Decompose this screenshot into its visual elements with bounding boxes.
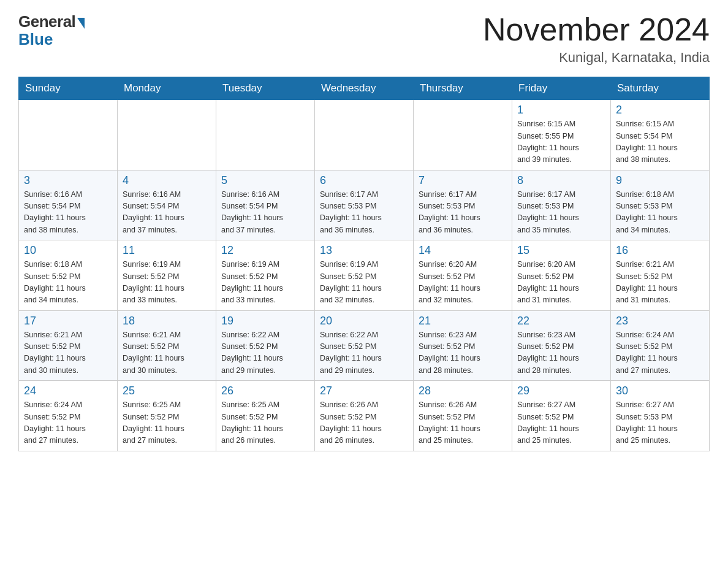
day-number: 2 bbox=[616, 104, 704, 117]
day-number: 21 bbox=[419, 315, 507, 327]
table-row: 30Sunrise: 6:27 AMSunset: 5:53 PMDayligh… bbox=[611, 381, 710, 451]
col-saturday: Saturday bbox=[611, 77, 710, 100]
table-row: 27Sunrise: 6:26 AMSunset: 5:52 PMDayligh… bbox=[315, 381, 414, 451]
day-number: 30 bbox=[616, 385, 704, 397]
logo-arrow-icon bbox=[77, 18, 85, 29]
table-row: 29Sunrise: 6:27 AMSunset: 5:52 PMDayligh… bbox=[512, 381, 611, 451]
day-info: Sunrise: 6:19 AMSunset: 5:52 PMDaylight:… bbox=[123, 259, 211, 307]
calendar-week-row: 17Sunrise: 6:21 AMSunset: 5:52 PMDayligh… bbox=[19, 310, 710, 381]
day-info: Sunrise: 6:15 AMSunset: 5:55 PMDaylight:… bbox=[517, 118, 605, 166]
day-number: 23 bbox=[616, 315, 704, 327]
day-number: 3 bbox=[24, 174, 112, 187]
day-info: Sunrise: 6:22 AMSunset: 5:52 PMDaylight:… bbox=[221, 329, 309, 377]
table-row: 7Sunrise: 6:17 AMSunset: 5:53 PMDaylight… bbox=[414, 170, 512, 240]
table-row bbox=[216, 100, 315, 170]
calendar-week-row: 1Sunrise: 6:15 AMSunset: 5:55 PMDaylight… bbox=[19, 100, 710, 170]
table-row bbox=[315, 100, 414, 170]
day-number: 13 bbox=[320, 244, 408, 257]
table-row: 21Sunrise: 6:23 AMSunset: 5:52 PMDayligh… bbox=[414, 310, 512, 381]
col-monday: Monday bbox=[118, 77, 216, 100]
table-row: 17Sunrise: 6:21 AMSunset: 5:52 PMDayligh… bbox=[19, 310, 118, 381]
table-row: 14Sunrise: 6:20 AMSunset: 5:52 PMDayligh… bbox=[414, 240, 512, 311]
table-row: 16Sunrise: 6:21 AMSunset: 5:52 PMDayligh… bbox=[611, 240, 710, 311]
title-area: November 2024 Kunigal, Karnataka, India bbox=[483, 12, 710, 66]
table-row: 4Sunrise: 6:16 AMSunset: 5:54 PMDaylight… bbox=[118, 170, 216, 240]
day-number: 29 bbox=[517, 385, 605, 397]
table-row: 28Sunrise: 6:26 AMSunset: 5:52 PMDayligh… bbox=[414, 381, 512, 451]
day-number: 19 bbox=[221, 315, 309, 327]
day-info: Sunrise: 6:16 AMSunset: 5:54 PMDaylight:… bbox=[123, 189, 211, 237]
col-tuesday: Tuesday bbox=[216, 77, 315, 100]
day-info: Sunrise: 6:26 AMSunset: 5:52 PMDaylight:… bbox=[419, 399, 507, 447]
table-row: 19Sunrise: 6:22 AMSunset: 5:52 PMDayligh… bbox=[216, 310, 315, 381]
day-info: Sunrise: 6:25 AMSunset: 5:52 PMDaylight:… bbox=[123, 399, 211, 447]
col-friday: Friday bbox=[512, 77, 611, 100]
table-row: 22Sunrise: 6:23 AMSunset: 5:52 PMDayligh… bbox=[512, 310, 611, 381]
col-thursday: Thursday bbox=[414, 77, 512, 100]
day-number: 9 bbox=[616, 174, 704, 187]
table-row: 15Sunrise: 6:20 AMSunset: 5:52 PMDayligh… bbox=[512, 240, 611, 311]
table-row: 1Sunrise: 6:15 AMSunset: 5:55 PMDaylight… bbox=[512, 100, 611, 170]
table-row: 24Sunrise: 6:24 AMSunset: 5:52 PMDayligh… bbox=[19, 381, 118, 451]
day-info: Sunrise: 6:23 AMSunset: 5:52 PMDaylight:… bbox=[419, 329, 507, 377]
page-header: General Blue November 2024 Kunigal, Karn… bbox=[18, 12, 710, 66]
location-subtitle: Kunigal, Karnataka, India bbox=[483, 50, 710, 66]
day-number: 11 bbox=[123, 244, 211, 257]
day-info: Sunrise: 6:23 AMSunset: 5:52 PMDaylight:… bbox=[517, 329, 605, 377]
table-row: 23Sunrise: 6:24 AMSunset: 5:52 PMDayligh… bbox=[611, 310, 710, 381]
day-info: Sunrise: 6:24 AMSunset: 5:52 PMDaylight:… bbox=[616, 329, 704, 377]
table-row: 5Sunrise: 6:16 AMSunset: 5:54 PMDaylight… bbox=[216, 170, 315, 240]
day-info: Sunrise: 6:22 AMSunset: 5:52 PMDaylight:… bbox=[320, 329, 408, 377]
calendar-table: Sunday Monday Tuesday Wednesday Thursday… bbox=[18, 77, 710, 451]
logo: General Blue bbox=[18, 12, 85, 49]
day-info: Sunrise: 6:19 AMSunset: 5:52 PMDaylight:… bbox=[320, 259, 408, 307]
table-row: 3Sunrise: 6:16 AMSunset: 5:54 PMDaylight… bbox=[19, 170, 118, 240]
day-number: 8 bbox=[517, 174, 605, 187]
day-number: 6 bbox=[320, 174, 408, 187]
day-info: Sunrise: 6:17 AMSunset: 5:53 PMDaylight:… bbox=[419, 189, 507, 237]
day-number: 26 bbox=[221, 385, 309, 397]
day-info: Sunrise: 6:27 AMSunset: 5:52 PMDaylight:… bbox=[517, 399, 605, 447]
day-number: 14 bbox=[419, 244, 507, 257]
table-row: 11Sunrise: 6:19 AMSunset: 5:52 PMDayligh… bbox=[118, 240, 216, 311]
day-number: 1 bbox=[517, 104, 605, 117]
month-year-title: November 2024 bbox=[483, 12, 710, 47]
day-info: Sunrise: 6:20 AMSunset: 5:52 PMDaylight:… bbox=[419, 259, 507, 307]
day-info: Sunrise: 6:16 AMSunset: 5:54 PMDaylight:… bbox=[221, 189, 309, 237]
day-number: 16 bbox=[616, 244, 704, 257]
day-number: 20 bbox=[320, 315, 408, 327]
table-row: 9Sunrise: 6:18 AMSunset: 5:53 PMDaylight… bbox=[611, 170, 710, 240]
day-info: Sunrise: 6:18 AMSunset: 5:53 PMDaylight:… bbox=[616, 189, 704, 237]
table-row: 20Sunrise: 6:22 AMSunset: 5:52 PMDayligh… bbox=[315, 310, 414, 381]
day-number: 18 bbox=[123, 315, 211, 327]
col-sunday: Sunday bbox=[19, 77, 118, 100]
table-row bbox=[118, 100, 216, 170]
day-info: Sunrise: 6:24 AMSunset: 5:52 PMDaylight:… bbox=[24, 399, 112, 447]
day-info: Sunrise: 6:19 AMSunset: 5:52 PMDaylight:… bbox=[221, 259, 309, 307]
day-number: 25 bbox=[123, 385, 211, 397]
day-info: Sunrise: 6:26 AMSunset: 5:52 PMDaylight:… bbox=[320, 399, 408, 447]
day-number: 15 bbox=[517, 244, 605, 257]
calendar-week-row: 24Sunrise: 6:24 AMSunset: 5:52 PMDayligh… bbox=[19, 381, 710, 451]
col-wednesday: Wednesday bbox=[315, 77, 414, 100]
table-row: 6Sunrise: 6:17 AMSunset: 5:53 PMDaylight… bbox=[315, 170, 414, 240]
table-row: 13Sunrise: 6:19 AMSunset: 5:52 PMDayligh… bbox=[315, 240, 414, 311]
table-row: 18Sunrise: 6:21 AMSunset: 5:52 PMDayligh… bbox=[118, 310, 216, 381]
day-number: 17 bbox=[24, 315, 112, 327]
day-number: 24 bbox=[24, 385, 112, 397]
day-number: 7 bbox=[419, 174, 507, 187]
day-info: Sunrise: 6:21 AMSunset: 5:52 PMDaylight:… bbox=[123, 329, 211, 377]
day-number: 4 bbox=[123, 174, 211, 187]
day-info: Sunrise: 6:20 AMSunset: 5:52 PMDaylight:… bbox=[517, 259, 605, 307]
table-row: 8Sunrise: 6:17 AMSunset: 5:53 PMDaylight… bbox=[512, 170, 611, 240]
logo-general-text: General bbox=[18, 12, 75, 31]
table-row: 2Sunrise: 6:15 AMSunset: 5:54 PMDaylight… bbox=[611, 100, 710, 170]
day-info: Sunrise: 6:17 AMSunset: 5:53 PMDaylight:… bbox=[517, 189, 605, 237]
table-row: 10Sunrise: 6:18 AMSunset: 5:52 PMDayligh… bbox=[19, 240, 118, 311]
day-info: Sunrise: 6:25 AMSunset: 5:52 PMDaylight:… bbox=[221, 399, 309, 447]
day-info: Sunrise: 6:15 AMSunset: 5:54 PMDaylight:… bbox=[616, 118, 704, 166]
calendar-week-row: 10Sunrise: 6:18 AMSunset: 5:52 PMDayligh… bbox=[19, 240, 710, 311]
day-info: Sunrise: 6:27 AMSunset: 5:53 PMDaylight:… bbox=[616, 399, 704, 447]
day-info: Sunrise: 6:21 AMSunset: 5:52 PMDaylight:… bbox=[616, 259, 704, 307]
day-number: 12 bbox=[221, 244, 309, 257]
